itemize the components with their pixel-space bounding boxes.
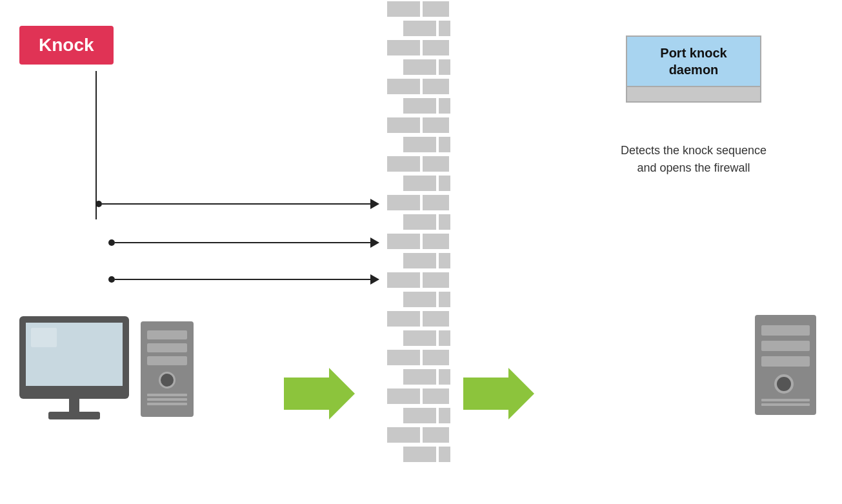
knock-arrow-3 [108, 274, 379, 285]
daemon-box-footer [627, 87, 760, 101]
knock-label-text: Knock [39, 35, 94, 55]
brick-row [402, 58, 450, 76]
tower-line [147, 398, 187, 401]
arrowhead-2 [370, 237, 379, 248]
arrowhead-3 [370, 274, 379, 285]
brick-row [402, 368, 450, 386]
vertical-connector-line [95, 71, 97, 219]
brick-row [402, 290, 450, 308]
brick-row [386, 387, 450, 405]
server-stripe-1 [761, 325, 810, 336]
green-arrow-right [463, 368, 534, 419]
server-circle [774, 374, 794, 394]
tower-line [147, 403, 187, 405]
screen-glare [31, 328, 57, 347]
brick-row [386, 310, 450, 328]
arrow-line-1 [102, 203, 370, 205]
knock-arrow-2 [108, 237, 379, 248]
arrow-line-3 [115, 279, 370, 280]
monitor-stand-neck [69, 399, 79, 413]
firewall-wall: .bwall { display:flex; margin-bottom:3px… [386, 0, 450, 504]
svg-marker-1 [463, 368, 534, 419]
brick-row [386, 194, 450, 212]
server-lines [761, 399, 810, 406]
arrowhead-1 [370, 199, 379, 209]
daemon-box-header: Port knock daemon [627, 37, 760, 87]
server-line [761, 399, 810, 401]
monitor-body [19, 316, 129, 399]
daemon-title-text: Port knock daemon [660, 46, 727, 77]
brick-row [402, 136, 450, 154]
tower-circle [159, 372, 175, 388]
tower-body [141, 321, 194, 417]
green-arrow-left [284, 368, 355, 419]
brick-row [402, 97, 450, 115]
tower-stripe-3 [147, 356, 187, 365]
brick-row [386, 271, 450, 289]
server-stripe-3 [761, 356, 810, 367]
tower-stripe-2 [147, 343, 187, 352]
dot-3 [108, 276, 115, 283]
detects-text: Detects the knock sequence and opens the… [619, 142, 768, 177]
brick-row [402, 445, 450, 463]
brick-row [386, 116, 450, 134]
server-stripe-2 [761, 341, 810, 351]
knock-label-box: Knock [19, 26, 114, 65]
tower-stripe-1 [147, 330, 187, 339]
brick-row [402, 329, 450, 347]
monitor-stand-base [48, 412, 100, 419]
brick-row [386, 348, 450, 367]
brick-row [402, 407, 450, 425]
daemon-box: Port knock daemon [626, 35, 761, 103]
brick-row [402, 19, 450, 37]
knock-arrow-1 [95, 199, 379, 209]
dot-1 [95, 201, 102, 207]
brick-row [402, 174, 450, 192]
server-body [755, 315, 816, 415]
svg-marker-0 [284, 368, 355, 419]
brick-row [386, 39, 450, 57]
server-line [761, 403, 810, 406]
arrow-line-2 [115, 242, 370, 243]
dot-2 [108, 239, 115, 246]
brick-row [386, 155, 450, 173]
brick-row [386, 77, 450, 96]
tower-line [147, 394, 187, 396]
brick-row [402, 213, 450, 231]
brick-row [386, 0, 450, 18]
tower-lines [147, 394, 187, 405]
brick-row [386, 426, 450, 444]
brick-row [386, 232, 450, 250]
monitor-screen [26, 323, 123, 386]
brick-row [402, 252, 450, 270]
